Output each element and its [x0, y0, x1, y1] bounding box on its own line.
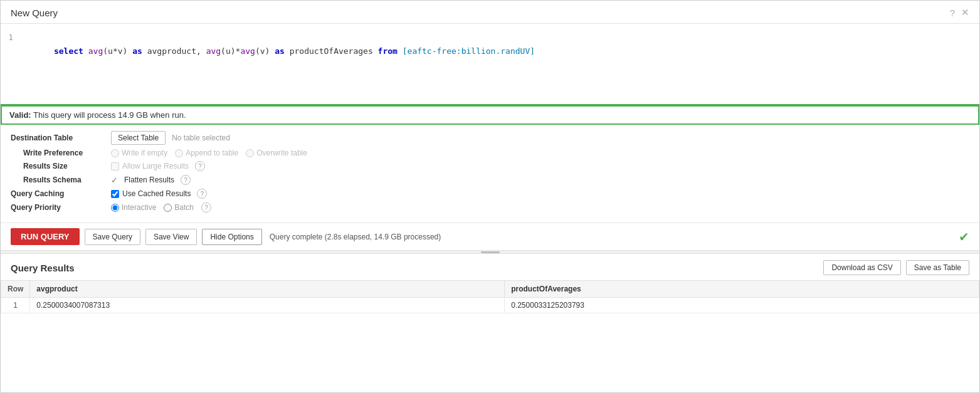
overwrite-option[interactable]: Overwrite table: [246, 149, 307, 157]
col-header-row: Row: [1, 281, 30, 298]
write-empty-option[interactable]: Write if empty: [111, 149, 167, 157]
table-cell: 1: [1, 298, 30, 313]
query-priority-row: Query Priority Interactive Batch ?: [11, 202, 969, 212]
destination-table-controls: Select Table No table selected: [111, 131, 230, 145]
hide-options-button[interactable]: Hide Options: [202, 229, 261, 245]
help-icon[interactable]: ?: [950, 8, 955, 18]
status-check-icon: ✔: [959, 229, 969, 244]
results-size-row: Results Size Allow Large Results ?: [11, 161, 969, 171]
destination-table-label: Destination Table: [11, 134, 111, 142]
query-caching-label: Query Caching: [11, 189, 111, 198]
table-cell: 0.2500034007087313: [30, 298, 505, 313]
flatten-checkmark-icon: ✓: [111, 176, 118, 185]
no-table-text: No table selected: [172, 134, 230, 142]
append-option[interactable]: Append to table: [175, 149, 238, 157]
options-section: Destination Table Select Table No table …: [1, 125, 979, 223]
col-header-productofaverages: productOfAverages: [505, 281, 979, 298]
write-preference-controls: Write if empty Append to table Overwrite…: [111, 149, 307, 157]
window-title: New Query: [11, 8, 58, 18]
flatten-help-icon[interactable]: ?: [181, 175, 191, 185]
results-schema-label: Results Schema: [11, 176, 111, 184]
valid-label: Valid:: [9, 110, 31, 120]
download-csv-button[interactable]: Download as CSV: [823, 260, 900, 275]
priority-help-icon[interactable]: ?: [201, 202, 211, 212]
action-bar: RUN QUERY Save Query Save View Hide Opti…: [1, 223, 979, 250]
save-query-button[interactable]: Save Query: [85, 229, 140, 245]
use-cached-help-icon[interactable]: ?: [197, 189, 207, 199]
code-area[interactable]: select avg(u*v) as avgproduct, avg(u)*av…: [19, 29, 979, 99]
close-icon[interactable]: ✕: [961, 7, 969, 18]
table-cell: 0.2500033125203793: [505, 298, 979, 313]
col-header-avgproduct: avgproduct: [30, 281, 505, 298]
query-caching-controls: Use Cached Results ?: [111, 189, 207, 199]
main-window: New Query ? ✕ 1 select avg(u*v) as avgpr…: [0, 0, 980, 393]
line-number: 1: [1, 29, 19, 99]
window-controls: ? ✕: [950, 7, 969, 18]
run-query-button[interactable]: RUN QUERY: [11, 228, 80, 245]
allow-large-results-option[interactable]: Allow Large Results: [111, 162, 189, 170]
allow-large-help-icon[interactable]: ?: [195, 161, 205, 171]
validation-message: This query will process 14.9 GB when run…: [33, 110, 186, 120]
divider-handle[interactable]: [481, 251, 500, 253]
flatten-results-option[interactable]: Flatten Results: [124, 176, 174, 184]
destination-table-row: Destination Table Select Table No table …: [11, 131, 969, 145]
save-view-button[interactable]: Save View: [145, 229, 197, 245]
query-priority-label: Query Priority: [11, 203, 111, 212]
results-header: Query Results Download as CSV Save as Ta…: [1, 254, 979, 280]
table-header-row: Row avgproduct productOfAverages: [1, 281, 979, 298]
write-preference-row: Write Preference Write if empty Append t…: [11, 149, 969, 157]
results-section: Query Results Download as CSV Save as Ta…: [1, 254, 979, 313]
select-table-button[interactable]: Select Table: [111, 131, 166, 145]
query-editor: 1 select avg(u*v) as avgproduct, avg(u)*…: [1, 24, 979, 105]
window-header: New Query ? ✕: [1, 1, 979, 24]
interactive-priority-option[interactable]: Interactive: [111, 203, 156, 212]
query-priority-controls: Interactive Batch ?: [111, 202, 211, 212]
save-as-table-button[interactable]: Save as Table: [906, 260, 969, 275]
batch-priority-option[interactable]: Batch: [164, 203, 194, 212]
validation-bar: Valid: This query will process 14.9 GB w…: [1, 105, 979, 125]
results-actions: Download as CSV Save as Table: [823, 260, 969, 275]
write-preference-label: Write Preference: [11, 149, 111, 157]
use-cached-results-option[interactable]: Use Cached Results: [111, 189, 191, 198]
results-schema-row: Results Schema ✓ Flatten Results ?: [11, 175, 969, 185]
query-caching-row: Query Caching Use Cached Results ?: [11, 189, 969, 199]
table-row: 10.25000340070873130.2500033125203793: [1, 298, 979, 313]
results-table: Row avgproduct productOfAverages 10.2500…: [1, 280, 979, 313]
results-size-label: Results Size: [11, 162, 111, 170]
results-size-controls: Allow Large Results ?: [111, 161, 205, 171]
results-title: Query Results: [11, 263, 75, 273]
query-status: Query complete (2.8s elapsed, 14.9 GB pr…: [270, 233, 441, 241]
results-schema-controls: ✓ Flatten Results ?: [111, 175, 191, 185]
